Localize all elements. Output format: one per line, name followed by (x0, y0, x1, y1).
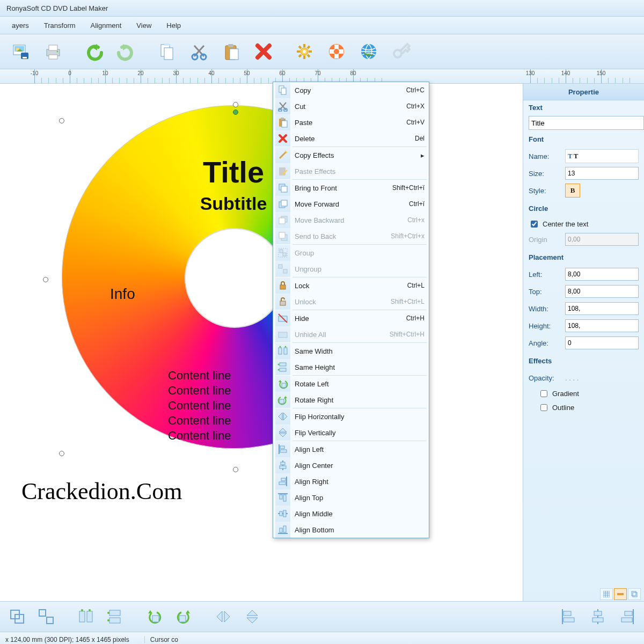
menu-layers[interactable]: ayers (4, 18, 36, 33)
svg-rect-65 (280, 450, 287, 452)
ctx-copy[interactable]: CopyCtrl+C (273, 82, 429, 98)
group-button[interactable] (4, 605, 30, 628)
menubar: ayers Transform Alignment View Help (0, 17, 644, 34)
ctx-align-bottom[interactable]: Align Bottom (273, 522, 429, 538)
ctx-flip-vertically[interactable]: Flip Vertically (273, 425, 429, 441)
svg-rect-80 (283, 526, 286, 532)
selection-handle[interactable] (233, 102, 238, 107)
paste-button[interactable] (216, 37, 247, 66)
copy-button[interactable] (151, 37, 182, 66)
redo-button[interactable] (111, 37, 142, 66)
ctx-move-forward[interactable]: Move ForwardCtrl+ï (273, 196, 429, 212)
undo-button[interactable] (78, 37, 109, 66)
left-input[interactable] (565, 268, 639, 281)
ctx-same-height[interactable]: Same Height (273, 359, 429, 375)
ctx-paste[interactable]: PasteCtrl+V (273, 114, 429, 130)
svg-rect-34 (282, 121, 287, 127)
rotr-icon (275, 392, 290, 408)
height-input[interactable] (565, 319, 639, 332)
view-ruler-icon[interactable] (614, 588, 627, 600)
menu-alignment[interactable]: Alignment (83, 18, 129, 33)
svg-point-60 (278, 369, 280, 371)
ctx-label: Cut (295, 103, 406, 111)
key-button[interactable] (385, 37, 416, 66)
ctx-label: Same Height (295, 363, 425, 371)
submenu-arrow-icon: ▸ (421, 151, 425, 159)
ctx-rotate-left[interactable]: Rotate Left (273, 376, 429, 392)
disc-info-text[interactable]: Info (110, 286, 135, 303)
outline-checkbox[interactable] (540, 404, 547, 411)
flip-horizontal-button[interactable] (210, 605, 236, 628)
rotate-right-button[interactable] (171, 605, 196, 628)
menu-help[interactable]: Help (159, 18, 188, 33)
selection-handle[interactable] (43, 277, 48, 282)
settings-button[interactable] (289, 37, 320, 66)
help-button[interactable] (321, 37, 352, 66)
ungroup-button[interactable] (33, 605, 59, 628)
svg-rect-103 (621, 618, 632, 622)
ctx-align-top[interactable]: Align Top (273, 489, 429, 506)
ctx-copy-effects[interactable]: Copy Effects▸ (273, 147, 429, 163)
top-input[interactable] (565, 285, 639, 298)
print-button[interactable] (38, 37, 69, 66)
selection-handle[interactable] (59, 451, 64, 456)
rotation-handle[interactable] (233, 109, 238, 115)
view-layers-icon[interactable] (628, 588, 641, 600)
ctx-hide[interactable]: HideCtrl+H (273, 310, 429, 326)
save-image-button[interactable] (5, 37, 36, 66)
alignc-icon (275, 457, 290, 473)
bold-button[interactable]: B (565, 184, 580, 197)
canvas[interactable]: Title Subtitle Info Content line Content… (0, 84, 523, 601)
disc-content-text[interactable]: Content line Content line Content line C… (168, 368, 231, 443)
text-value-input[interactable] (529, 116, 644, 130)
align-left-button[interactable] (556, 605, 582, 628)
samew-icon (275, 343, 290, 359)
menu-transform[interactable]: Transform (36, 18, 83, 33)
fliph-icon (275, 408, 290, 425)
ctx-lock[interactable]: LockCtrl+L (273, 277, 429, 294)
selection-handle[interactable] (59, 118, 64, 123)
ctx-delete[interactable]: DeleteDel (273, 130, 429, 147)
web-button[interactable] (353, 37, 384, 66)
ctx-label: Delete (295, 135, 415, 143)
ctx-cut[interactable]: CutCtrl+X (273, 98, 429, 114)
svg-rect-47 (279, 265, 282, 268)
selection-handle[interactable] (233, 467, 238, 472)
font-size-input[interactable] (565, 167, 639, 180)
paste-icon (275, 114, 290, 130)
alignr-icon (275, 473, 290, 489)
align-right-button[interactable] (614, 605, 640, 628)
svg-rect-67 (281, 462, 285, 465)
unhide-icon (275, 326, 290, 342)
ctx-align-center[interactable]: Align Center (273, 457, 429, 473)
ctx-rotate-right[interactable]: Rotate Right (273, 392, 429, 408)
view-grid-icon[interactable] (600, 588, 613, 600)
gradient-checkbox[interactable] (540, 390, 547, 397)
svg-point-92 (107, 619, 109, 621)
same-width-button[interactable] (73, 605, 99, 628)
svg-rect-43 (279, 232, 285, 238)
align-center-button[interactable] (585, 605, 611, 628)
ctx-align-left[interactable]: Align Left (273, 441, 429, 457)
delete-button[interactable] (248, 37, 279, 66)
ctx-label: Paste (295, 119, 406, 127)
svg-rect-26 (632, 591, 636, 596)
font-picker-button[interactable]: TT (565, 149, 639, 163)
ctx-align-middle[interactable]: Align Middle (273, 506, 429, 522)
rotate-left-button[interactable] (142, 605, 167, 628)
ctx-flip-horizontally[interactable]: Flip Horizontally (273, 408, 429, 425)
ctx-same-width[interactable]: Same Width (273, 343, 429, 359)
same-height-button[interactable] (102, 605, 128, 628)
ctx-align-right[interactable]: Align Right (273, 473, 429, 489)
menu-view[interactable]: View (129, 18, 159, 33)
angle-input[interactable] (565, 336, 639, 349)
ctx-bring-to-front[interactable]: Bring to FrontShift+Ctrl+ï (273, 180, 429, 196)
ctx-shortcut: Ctrl+V (406, 119, 425, 126)
flip-vertical-button[interactable] (239, 605, 265, 628)
cut-button[interactable] (184, 37, 215, 66)
svg-point-12 (201, 54, 206, 60)
ungroup-icon (275, 261, 290, 277)
center-text-checkbox[interactable] (531, 221, 538, 228)
svg-rect-25 (617, 593, 624, 595)
width-input[interactable] (565, 302, 639, 315)
